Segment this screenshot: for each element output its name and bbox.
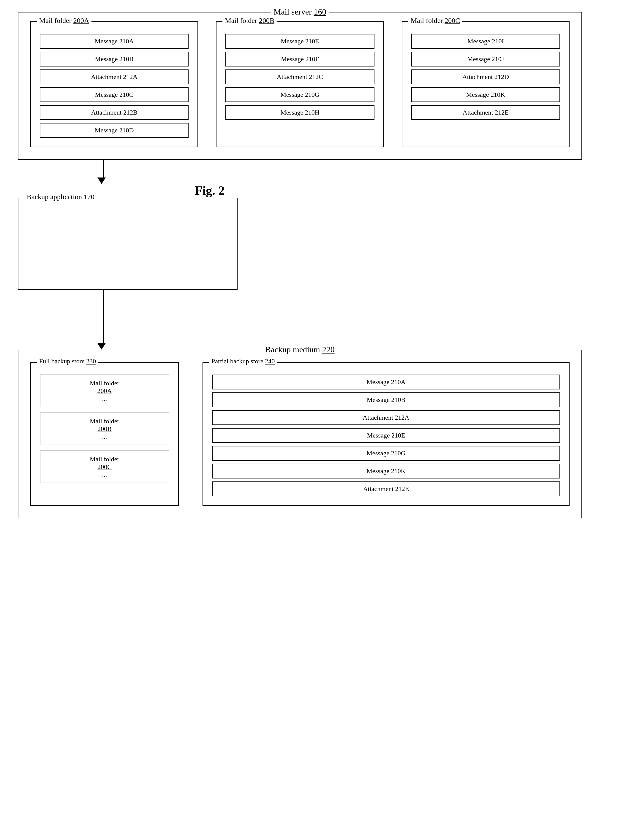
full-folder-c: Mail folder200C... — [40, 451, 169, 483]
backup-app-label: Backup application 170 — [24, 193, 97, 201]
partial-msg-210a: Message 210A — [212, 374, 560, 389]
att-212a: Attachment 212A — [40, 69, 188, 84]
att-212d: Attachment 212D — [411, 69, 560, 84]
mail-folder-c: Mail folder 200C Message 210I Message 21… — [402, 21, 569, 147]
mail-folder-b: Mail folder 200B Message 210E Message 21… — [216, 21, 384, 147]
mail-folder-a: Mail folder 200A Message 210A Message 21… — [30, 21, 198, 147]
partial-att-212e: Attachment 212E — [212, 482, 560, 496]
msg-210j: Message 210J — [411, 52, 560, 66]
full-folder-b: Mail folder200B... — [40, 412, 169, 445]
mail-folders-row: Mail folder 200A Message 210A Message 21… — [30, 21, 569, 147]
mail-server-label: Mail server 160 — [270, 7, 329, 17]
att-212e: Attachment 212E — [411, 105, 560, 120]
att-212b: Attachment 212B — [40, 105, 188, 120]
arrow-head-1 — [97, 177, 106, 184]
msg-210e: Message 210E — [225, 34, 374, 49]
partial-backup-label: Partial backup store 240 — [209, 357, 277, 365]
msg-210a: Message 210A — [40, 34, 188, 49]
partial-backup-store: Partial backup store 240 Message 210A Me… — [202, 362, 569, 506]
arrow-line-2 — [103, 290, 104, 343]
backup-medium-box: Backup medium 220 Full backup store 230 … — [18, 350, 582, 518]
msg-210i: Message 210I — [411, 34, 560, 49]
full-backup-store: Full backup store 230 Mail folder200A...… — [30, 362, 179, 506]
backup-stores-row: Full backup store 230 Mail folder200A...… — [30, 362, 569, 506]
full-folder-a: Mail folder200A... — [40, 374, 169, 407]
diagram: Mail server 160 Mail folder 200A Message… — [18, 12, 616, 518]
arrow-head-2 — [97, 343, 106, 350]
folder-c-label: Mail folder 200C — [408, 17, 463, 25]
partial-msg-210g: Message 210G — [212, 446, 560, 461]
backup-medium-label: Backup medium 220 — [262, 345, 337, 354]
partial-msg-210k: Message 210K — [212, 464, 560, 478]
folder-b-label: Mail folder 200B — [223, 17, 277, 25]
backup-app-box: Backup application 170 — [18, 198, 237, 290]
msg-210d: Message 210D — [40, 123, 188, 138]
partial-att-212a: Attachment 212A — [212, 410, 560, 425]
att-212c: Attachment 212C — [225, 69, 374, 84]
mail-server-text: Mail server — [274, 7, 314, 16]
full-backup-label: Full backup store 230 — [37, 357, 98, 365]
folder-a-label: Mail folder 200A — [37, 17, 92, 25]
arrow-line-1 — [103, 160, 104, 177]
msg-210h: Message 210H — [225, 105, 374, 120]
msg-210g: Message 210G — [225, 87, 374, 102]
partial-msg-210e: Message 210E — [212, 428, 560, 443]
partial-msg-210b: Message 210B — [212, 392, 560, 407]
msg-210k: Message 210K — [411, 87, 560, 102]
msg-210c: Message 210C — [40, 87, 188, 102]
mail-server-num: 160 — [314, 7, 326, 16]
mail-server-box: Mail server 160 Mail folder 200A Message… — [18, 12, 582, 160]
msg-210b: Message 210B — [40, 52, 188, 66]
fig-label: Fig. 2 — [195, 184, 225, 197]
msg-210f: Message 210F — [225, 52, 374, 66]
